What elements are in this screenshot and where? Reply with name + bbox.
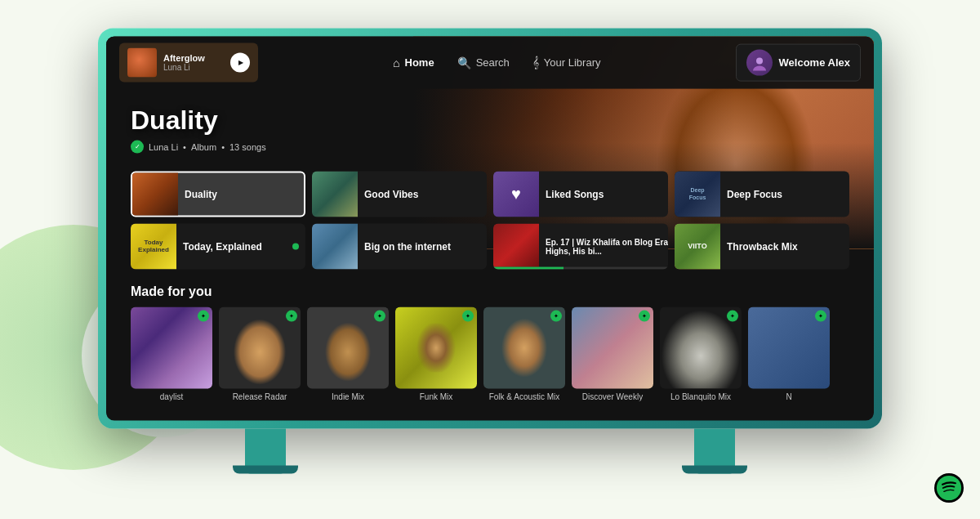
card-art-liked: ♥ [493,171,539,217]
card-label-duality: Duality [185,188,304,199]
tv-leg-left [245,428,286,473]
album-meta: ✓ Luna Li • Album • 13 songs [131,140,849,153]
playlist-extra[interactable]: ✦ N [748,306,830,400]
card-label-today: Today, Explained [183,240,286,252]
playlist-art-funk: ✦ [395,306,477,388]
svg-point-0 [756,57,763,64]
artist-verified-icon: ✓ [131,140,144,153]
playlist-discover-weekly[interactable]: ✦ Discover Weekly [572,306,653,400]
artwork-image [127,47,157,77]
tv-stand [98,428,882,473]
avatar [746,49,773,75]
svg-point-1 [753,65,766,70]
navbar: Afterglow Luna Li ⌂ Home 🔍 Search [106,36,874,88]
card-deep-focus[interactable]: DeepFocus Deep Focus [675,171,849,217]
section-title-made-for-you: Made for you [131,284,849,298]
playlist-art-folk: ✦ [483,306,565,388]
library-icon: 𝄞 [532,56,539,69]
playlist-art-loblanquito: ✦ [660,306,742,388]
playlist-daylist[interactable]: ✦ daylist [131,306,212,400]
card-podcast[interactable]: Ep. 17 | Wiz Khalifa on Blog Era Highs, … [493,223,668,269]
search-icon: 🔍 [457,56,471,69]
playlist-badge-discover: ✦ [639,310,650,321]
playlist-art-extra: ✦ [748,306,830,388]
nav-links: ⌂ Home 🔍 Search 𝄞 Your Library [393,56,600,69]
playlist-folk-mix[interactable]: ✦ Folk & Acoustic Mix [483,306,565,400]
heart-icon: ♥ [511,185,521,204]
welcome-badge: Welcome Alex [736,43,861,81]
nav-home-label: Home [405,56,434,69]
playlist-loblanquito[interactable]: ✦ Lo Blanquito Mix [660,306,742,400]
made-for-you-grid: ✦ daylist ✦ Release Radar ✦ [131,306,849,400]
play-button[interactable] [230,52,250,72]
nav-library-label: Your Library [544,56,601,69]
playlist-funk-mix[interactable]: ✦ Funk Mix [395,306,477,400]
playlist-art-release: ✦ [219,306,301,388]
playlist-art-discover: ✦ [572,306,653,388]
card-today-explained[interactable]: TodayExplained Today, Explained [131,223,305,269]
separator2: • [221,141,225,151]
card-label-deepfocus: Deep Focus [727,188,849,199]
hero-artist: Luna Li [149,141,178,151]
nav-home[interactable]: ⌂ Home [393,56,434,69]
playlist-art-indie: ✦ [307,306,389,388]
card-label-podcast: Ep. 17 | Wiz Khalifa on Blog Era Highs, … [546,237,668,255]
playlist-name-release: Release Radar [219,391,301,400]
card-throwback[interactable]: VIITO Throwback Mix [675,223,849,269]
playlist-name-loblanquito: Lo Blanquito Mix [660,391,742,400]
nav-search[interactable]: 🔍 Search [457,56,510,69]
card-label-goodvibes: Good Vibes [364,188,487,199]
album-title: Duality [131,105,849,135]
spotify-logo [934,473,964,503]
card-art-throwback: VIITO [675,223,720,269]
svg-point-3 [937,476,961,500]
playlist-indie-mix[interactable]: ✦ Indie Mix [307,306,389,400]
tv-screen: Afterglow Luna Li ⌂ Home 🔍 Search [106,36,874,420]
now-playing-info: Afterglow Luna Li [163,53,224,72]
now-playing-title: Afterglow [163,53,224,63]
card-liked-songs[interactable]: ♥ Liked Songs [493,171,668,217]
throwback-art: VIITO [675,223,720,269]
card-art-podcast [493,223,539,269]
card-art-duality [132,171,178,217]
playlist-badge-loblanquito: ✦ [727,310,738,321]
cards-grid: Duality Good Vibes ♥ Liked Songs [131,171,849,269]
playlist-badge-folk: ✦ [550,310,562,321]
card-art-biginternet [312,223,358,269]
playlist-art-daylist: ✦ [131,306,212,388]
home-icon: ⌂ [393,56,399,69]
playlist-name-extra: N [748,391,830,400]
now-playing-artwork [127,47,157,77]
card-label-liked: Liked Songs [546,188,668,199]
album-type: Album [191,141,216,151]
card-label-throwback: Throwback Mix [727,240,849,252]
playlist-badge-daylist: ✦ [198,310,209,321]
playlist-name-folk: Folk & Acoustic Mix [483,391,565,400]
card-art-today: TodayExplained [131,223,176,269]
main-content: Duality ✓ Luna Li • Album • 13 songs Dua… [106,88,874,417]
live-dot [292,243,299,249]
nav-search-label: Search [476,56,510,69]
playlist-name-discover: Discover Weekly [572,391,653,400]
playlist-name-indie: Indie Mix [307,391,389,400]
now-playing-artist: Luna Li [163,63,224,72]
card-art-deepfocus: DeepFocus [675,171,720,217]
playlist-badge-extra: ✦ [815,310,826,321]
separator: • [183,141,186,151]
card-big-internet[interactable]: Big on the internet [312,223,487,269]
tv-frame: Afterglow Luna Li ⌂ Home 🔍 Search [98,28,882,473]
playlist-release-radar[interactable]: ✦ Release Radar [219,306,301,400]
card-duality[interactable]: Duality [131,171,305,217]
avatar-image [751,54,768,70]
podcast-progress-bar [493,266,668,269]
playlist-badge-release: ✦ [286,310,297,321]
tv-leg-right [694,428,735,473]
nav-library[interactable]: 𝄞 Your Library [532,56,601,69]
card-label-biginternet: Big on the internet [364,240,487,252]
now-playing-bar[interactable]: Afterglow Luna Li [119,43,258,82]
card-good-vibes[interactable]: Good Vibes [312,171,487,217]
playlist-name-funk: Funk Mix [395,391,477,400]
podcast-progress-fill [493,266,564,269]
song-count: 13 songs [229,141,266,151]
card-art-goodvibes [312,171,358,217]
